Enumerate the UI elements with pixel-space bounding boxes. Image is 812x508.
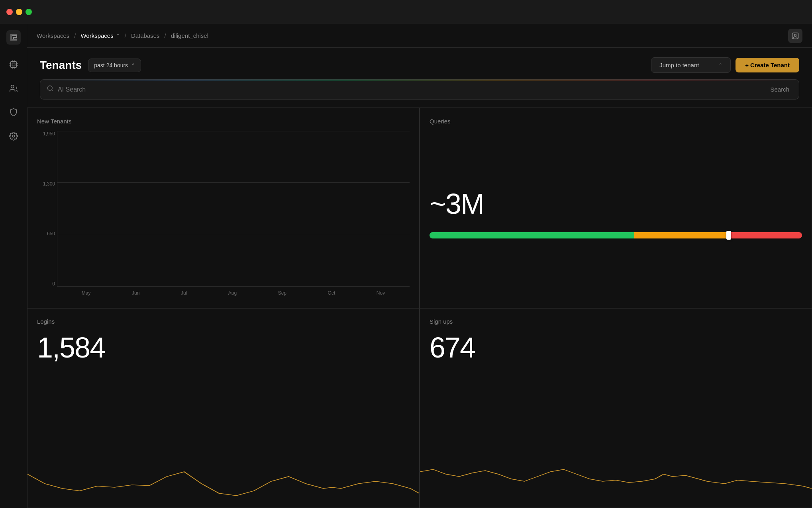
x-label-aug: Aug <box>228 290 237 296</box>
page-header: Tenants past 24 hours ⌃ Jump to tenant ⌃… <box>27 48 812 79</box>
search-bar: Search <box>40 79 799 100</box>
chevron-icon: ⌃ <box>131 63 135 68</box>
svg-point-10 <box>11 85 14 88</box>
breadcrumb-db-name[interactable]: diligent_chisel <box>171 32 208 39</box>
minimize-button[interactable] <box>16 9 22 15</box>
search-container: Search <box>27 79 812 107</box>
sidebar-item-cpu[interactable] <box>6 57 21 72</box>
x-label-jun: Jun <box>132 290 139 296</box>
y-axis-label-1300: 1,300 <box>37 181 55 187</box>
search-input[interactable] <box>58 86 763 93</box>
breadcrumb-workspaces-link[interactable]: Workspaces <box>37 32 69 39</box>
sidebar-logo <box>6 30 21 45</box>
title-bar <box>0 0 812 24</box>
queries-content: ~3M <box>430 131 802 295</box>
signups-value: 674 <box>430 331 802 364</box>
breadcrumb-sep-2: / <box>123 32 128 39</box>
maximize-button[interactable] <box>25 9 32 15</box>
search-button[interactable]: Search <box>767 84 792 94</box>
user-avatar[interactable] <box>788 29 802 43</box>
queries-value: ~3M <box>430 188 802 220</box>
svg-point-13 <box>794 34 796 36</box>
sidebar-item-settings[interactable] <box>6 129 21 143</box>
queries-title: Queries <box>430 118 802 125</box>
signups-title: Sign ups <box>430 318 802 325</box>
x-label-nov: Nov <box>377 290 385 296</box>
y-axis-label-650: 650 <box>37 231 55 236</box>
signups-panel: Sign ups 674 <box>420 308 812 508</box>
svg-line-15 <box>51 90 53 91</box>
search-icon <box>47 85 54 94</box>
breadcrumb-workspaces-active[interactable]: Workspaces ⌃ <box>80 32 120 39</box>
y-axis-label-0: 0 <box>37 281 55 287</box>
logins-panel: Logins 1,584 <box>27 308 420 508</box>
new-tenants-title: New Tenants <box>37 118 410 125</box>
top-nav: Workspaces / Workspaces ⌃ / Databases / … <box>27 24 812 48</box>
header-actions: Jump to tenant ⌃ + Create Tenant <box>651 57 799 73</box>
new-tenants-panel: New Tenants 1,950 1,300 650 0 <box>27 108 420 308</box>
dashboard-grid: New Tenants 1,950 1,300 650 0 <box>27 107 812 508</box>
time-filter-dropdown[interactable]: past 24 hours ⌃ <box>88 59 141 72</box>
time-filter-label: past 24 hours <box>94 62 128 68</box>
sidebar <box>0 24 27 508</box>
create-tenant-button[interactable]: + Create Tenant <box>736 58 799 72</box>
content-area: Workspaces / Workspaces ⌃ / Databases / … <box>27 24 812 508</box>
signups-sparkline <box>420 460 812 508</box>
sidebar-item-shield[interactable] <box>6 105 21 119</box>
y-axis-label-1950: 1,950 <box>37 131 55 137</box>
breadcrumb-sep-1: / <box>73 32 77 39</box>
queries-panel: Queries ~3M <box>420 108 812 308</box>
page-title: Tenants <box>40 59 82 72</box>
logins-sparkline <box>27 460 419 508</box>
queries-bar-thumb <box>726 231 731 240</box>
chevron-down-icon: ⌃ <box>116 33 120 39</box>
close-button[interactable] <box>6 9 13 15</box>
svg-rect-1 <box>12 63 15 66</box>
logins-value: 1,584 <box>37 331 410 364</box>
sidebar-item-users[interactable] <box>6 81 21 96</box>
jump-to-tenant-dropdown[interactable]: Jump to tenant ⌃ <box>651 57 731 73</box>
traffic-lights <box>6 9 32 15</box>
breadcrumb-databases[interactable]: Databases <box>131 32 160 39</box>
svg-point-14 <box>47 86 52 90</box>
queries-progress-bar <box>430 232 802 238</box>
queries-bar-container <box>430 232 802 238</box>
svg-rect-0 <box>10 62 16 68</box>
breadcrumb-sep-3: / <box>163 32 168 39</box>
x-label-jul: Jul <box>181 290 187 296</box>
x-label-oct: Oct <box>328 290 335 296</box>
svg-point-11 <box>12 135 15 137</box>
x-label-sep: Sep <box>278 290 286 296</box>
logins-title: Logins <box>37 318 410 325</box>
jump-to-label: Jump to tenant <box>659 62 699 68</box>
app-container: Workspaces / Workspaces ⌃ / Databases / … <box>0 24 812 508</box>
dropdown-arrow-icon: ⌃ <box>718 63 722 68</box>
x-label-may: May <box>82 290 91 296</box>
